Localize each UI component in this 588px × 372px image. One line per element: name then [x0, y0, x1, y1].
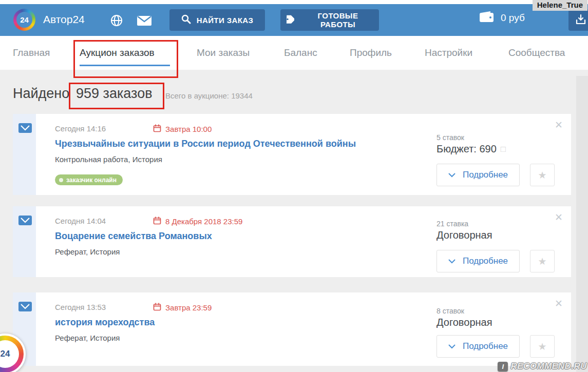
calendar-icon	[153, 124, 161, 134]
favorite-button[interactable]: ★	[530, 164, 555, 186]
favorite-button[interactable]: ★	[530, 335, 555, 358]
corner-logo-number: 24	[0, 340, 19, 368]
calendar-icon	[153, 217, 161, 226]
deadline: Завтра 23:59	[153, 303, 212, 312]
bids-count: 8 ставок	[437, 307, 565, 315]
close-order-button[interactable]: ✕	[553, 296, 565, 311]
active-tab-underline	[80, 65, 170, 66]
deadline-text: Завтра 10:00	[165, 125, 212, 133]
order-right-column: 21 ставка Договорная	[437, 220, 565, 241]
deadline: 8 Декабря 2018 23:59	[153, 217, 242, 226]
order-actions: Подробнее ★	[437, 335, 555, 358]
order-price: Бюджет: 690 □	[437, 143, 565, 155]
recommend-site-label: RECOMMEND.RU	[510, 361, 587, 371]
globe-icon[interactable]	[110, 14, 123, 29]
message-icon[interactable]	[18, 302, 32, 311]
download-button[interactable]	[568, 9, 588, 31]
order-price: Договорная	[437, 229, 565, 241]
deadline: Завтра 10:00	[153, 124, 212, 134]
brand-logo-number: 24	[16, 12, 32, 28]
order-actions: Подробнее ★	[437, 164, 555, 186]
wallet-balance[interactable]: 0 руб	[479, 11, 525, 25]
nav-item-profile[interactable]: Профиль	[350, 47, 392, 58]
found-prefix: Найдено	[13, 86, 69, 102]
posted-time: Сегодня 14:04	[55, 217, 106, 225]
nav-item-home[interactable]: Главная	[13, 47, 50, 58]
recommend-watermark: I RECOMMEND.RU	[498, 361, 587, 371]
details-button[interactable]: Подробнее	[437, 164, 520, 186]
find-order-button[interactable]: НАЙТИ ЗАКАЗ	[169, 9, 265, 31]
card-stripe	[13, 206, 36, 277]
bids-count: 5 ставок	[437, 133, 565, 142]
message-icon[interactable]	[18, 123, 32, 133]
username-watermark: Helene_True	[533, 0, 587, 11]
auction-total: Всего в аукционе: 19344	[165, 91, 253, 100]
order-card: Сегодня 14:16 Завтра 10:00 Чрезвычайные …	[13, 114, 571, 195]
close-order-button[interactable]: ✕	[553, 209, 565, 225]
ready-works-label: ГОТОВЫЕ РАБОТЫ	[300, 11, 376, 29]
ready-works-button[interactable]: ГОТОВЫЕ РАБОТЫ	[280, 9, 379, 31]
order-right-column: 5 ставок Бюджет: 690 □	[437, 133, 565, 155]
currency-glyph: □	[501, 144, 506, 154]
chevron-down-icon	[448, 170, 456, 180]
top-strip	[0, 0, 588, 4]
order-category: Контрольная работа, История	[55, 155, 162, 164]
download-icon	[575, 14, 586, 27]
deadline-text: 8 Декабря 2018 23:59	[165, 217, 242, 226]
search-icon	[181, 14, 191, 26]
page: 24 Автор24 НАЙТИ ЗАКАЗ	[0, 0, 588, 372]
found-count: 959 заказов	[76, 86, 153, 102]
details-button[interactable]: Подробнее	[437, 335, 520, 358]
order-right-column: 8 ставок Договорная	[437, 307, 565, 328]
badge-label: заказчик онлайн	[66, 177, 117, 184]
order-card: Сегодня 14:04 8 Декабря 2018 23:59 Воцар…	[13, 206, 571, 277]
nav-item-balance[interactable]: Баланс	[284, 47, 317, 58]
calendar-icon	[153, 303, 161, 312]
deadline-text: Завтра 23:59	[165, 303, 212, 312]
wallet-icon	[479, 11, 495, 25]
order-title-link[interactable]: Чрезвычайные ситуации в России период От…	[55, 139, 356, 149]
nav-item-communities[interactable]: Сообщества	[508, 47, 565, 58]
posted-time: Сегодня 13:53	[55, 303, 106, 311]
chevron-down-icon	[448, 256, 456, 266]
order-category: Реферат, История	[55, 247, 120, 256]
brand-name[interactable]: Автор24	[43, 13, 85, 26]
message-icon[interactable]	[18, 216, 32, 225]
nav-item-settings[interactable]: Настройки	[425, 47, 472, 58]
nav-item-my-orders[interactable]: Мои заказы	[197, 47, 250, 58]
speech-bubble-icon: I	[498, 362, 508, 371]
order-card: Сегодня 13:53 Завтра 23:59 история морех…	[13, 292, 571, 366]
tag-icon	[283, 14, 294, 26]
bids-count: 21 ставка	[437, 220, 565, 228]
card-stripe	[13, 114, 36, 195]
main-nav: Главная Аукцион заказов Мои заказы Балан…	[0, 36, 588, 70]
order-actions: Подробнее ★	[437, 250, 555, 272]
wallet-amount: 0 руб	[501, 12, 525, 24]
order-title-link[interactable]: история мореходства	[55, 317, 155, 328]
online-dot-icon	[59, 178, 63, 182]
order-price: Договорная	[437, 317, 565, 328]
scrollbar-track[interactable]	[576, 76, 588, 372]
chevron-down-icon	[448, 341, 456, 351]
order-category: Реферат, История	[55, 334, 120, 342]
app-header: 24 Автор24 НАЙТИ ЗАКАЗ	[0, 4, 588, 36]
nav-item-auction[interactable]: Аукцион заказов	[80, 47, 155, 58]
order-title-link[interactable]: Воцарение семейства Романовых	[55, 231, 212, 242]
brand-logo[interactable]: 24	[13, 9, 35, 31]
posted-time: Сегодня 14:16	[55, 124, 106, 133]
close-order-button[interactable]: ✕	[553, 117, 565, 133]
favorite-button[interactable]: ★	[530, 250, 555, 272]
customer-online-badge: заказчик онлайн	[55, 174, 123, 185]
find-order-label: НАЙТИ ЗАКАЗ	[197, 16, 254, 25]
mail-icon[interactable]	[137, 15, 152, 28]
details-button[interactable]: Подробнее	[437, 250, 520, 272]
